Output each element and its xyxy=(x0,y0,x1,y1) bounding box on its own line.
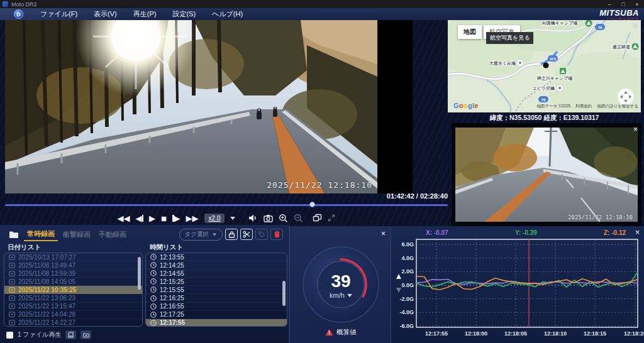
map-type-button[interactable]: 地図 xyxy=(458,25,482,39)
time-list-scrollbar[interactable] xyxy=(282,281,286,306)
play-button[interactable]: ▶ xyxy=(149,214,155,222)
menu-item-2[interactable]: 再生(P) xyxy=(125,8,165,20)
svg-text:473: 473 xyxy=(550,57,557,61)
menu-item-4[interactable]: ヘルプ(H) xyxy=(204,8,251,20)
svg-text:12:17:55: 12:17:55 xyxy=(425,330,448,337)
speed-note: 概算値 xyxy=(290,328,392,337)
time-list-item[interactable]: 12:15:25 xyxy=(146,278,287,286)
time-list-item[interactable]: 12:14:55 xyxy=(146,270,287,278)
snapshot-button[interactable] xyxy=(264,214,273,222)
map-panel[interactable]: 4737676 向国橋キャンプ場釜立林道大渡水くみ場神之川キャンプ場エビラ沢橋 … xyxy=(448,20,641,112)
stop-button[interactable]: ■ xyxy=(161,214,167,223)
tag-select-dropdown[interactable]: タグ選択 xyxy=(179,229,223,241)
svg-text:12:18:00: 12:18:00 xyxy=(465,330,487,337)
seek-bar[interactable] xyxy=(5,202,448,209)
tag-button[interactable] xyxy=(255,229,268,240)
time-list-item[interactable]: 12:14:25 xyxy=(146,261,287,270)
time-list-header: 時間リスト xyxy=(150,243,183,252)
svg-text:12:18:20: 12:18:20 xyxy=(624,330,644,337)
time-list-item[interactable]: 12:17:55 xyxy=(146,319,287,327)
close-button[interactable]: × xyxy=(630,1,644,8)
tab-0[interactable]: 常時録画 xyxy=(24,228,58,241)
sd-card-button[interactable] xyxy=(65,330,76,339)
gsensor-chart: 6.0G4.0G2.0G0.0G-2.0G-4.0G-6.0G12:17:551… xyxy=(391,226,644,343)
date-list-item[interactable]: 2025/11/08 13:49:47 xyxy=(4,261,142,270)
folder-open-button[interactable] xyxy=(80,330,91,339)
svg-text:4.0G: 4.0G xyxy=(401,255,414,261)
gsensor-panel: X: -0.07 Y: -0.39 Z: -0.12 × 6.0G4.0G2.0… xyxy=(391,226,644,343)
gps-position-marker xyxy=(543,62,548,68)
menu-item-1[interactable]: 表示(V) xyxy=(86,8,125,20)
menu-item-3[interactable]: 設定(S) xyxy=(164,8,204,20)
rear-video-view[interactable]: × 2025/11/22 12:18:10 xyxy=(452,123,641,227)
svg-text:2.0G: 2.0G xyxy=(401,268,414,275)
time-list[interactable]: 12:13:5512:14:2512:14:5512:15:2512:15:55… xyxy=(145,253,287,327)
main-video-view[interactable]: 2025/11/22 12:18:10 xyxy=(5,20,413,193)
main-video-timestamp: 2025/11/22 12:18:10 xyxy=(267,180,372,190)
speed-selector[interactable]: x2.0 xyxy=(204,214,225,223)
single-file-checkbox[interactable] xyxy=(6,332,13,339)
rear-video-frame xyxy=(455,128,638,222)
map-pan-control[interactable] xyxy=(618,89,634,105)
volume-button[interactable] xyxy=(248,214,258,222)
file-play-row: 1 ファイル再生 xyxy=(0,330,289,339)
step-back-button[interactable]: ◀ xyxy=(136,214,144,222)
app-logo-icon: D xyxy=(14,9,23,19)
rear-video-close-button[interactable]: × xyxy=(633,125,638,134)
map-terms-link[interactable]: 利用規約 xyxy=(575,104,592,109)
time-list-item[interactable]: 12:17:25 xyxy=(146,311,287,319)
svg-text:大渡水くみ場: 大渡水くみ場 xyxy=(489,60,516,66)
delete-button[interactable] xyxy=(270,229,283,240)
svg-text:12:18:10: 12:18:10 xyxy=(544,330,567,337)
minimize-button[interactable]: – xyxy=(602,1,616,8)
tab-1[interactable]: 衝撃録画 xyxy=(60,229,94,241)
date-list-item[interactable]: 2025/11/08 13:59:39 xyxy=(4,270,142,278)
date-list-item[interactable]: 2025/11/22 14:04:28 xyxy=(4,311,142,319)
layout-button[interactable] xyxy=(313,214,322,222)
date-list-item[interactable]: 2025/11/22 13:06:23 xyxy=(4,294,142,302)
google-logo[interactable]: Google xyxy=(453,102,479,109)
title-bar: Moto DR2 –□× xyxy=(0,0,644,8)
speed-unit[interactable]: km/h xyxy=(290,291,392,299)
lock-button[interactable] xyxy=(225,229,238,240)
date-list-item[interactable]: 2025/11/22 10:35:25 xyxy=(4,286,142,294)
time-list-item[interactable]: 12:16:55 xyxy=(146,303,287,311)
zoom-out-icon xyxy=(294,214,303,223)
date-list[interactable]: 2025/10/13 17:07:272025/11/08 13:49:4720… xyxy=(4,253,143,327)
maximize-button[interactable]: □ xyxy=(616,1,630,8)
tab-2[interactable]: 手動録画 xyxy=(96,229,130,241)
brand-logo: MITSUBA ミツバサンコーワ xyxy=(599,9,639,21)
cut-button[interactable] xyxy=(240,229,253,240)
chevron-down-icon xyxy=(347,294,352,297)
svg-text:0.0G: 0.0G xyxy=(401,282,414,288)
seek-track[interactable] xyxy=(5,204,448,206)
time-list-item[interactable]: 12:15:55 xyxy=(146,286,287,294)
time-list-item[interactable]: 12:16:25 xyxy=(146,294,287,302)
date-list-item[interactable]: 2025/11/08 14:05:05 xyxy=(4,278,142,286)
seek-thumb[interactable] xyxy=(309,202,315,207)
zoom-out-button[interactable] xyxy=(294,214,303,223)
speedometer-close-button[interactable]: × xyxy=(381,229,386,238)
rear-video-timestamp: 2025/11/22 12:18:10 xyxy=(568,214,633,220)
date-list-item[interactable]: 2025/11/22 14:22:27 xyxy=(4,319,142,327)
fullscreen-button[interactable] xyxy=(328,214,335,222)
fast-forward-button[interactable]: ▶▶ xyxy=(186,214,199,222)
menu-item-0[interactable]: ファイル(F) xyxy=(32,8,86,20)
transport-controls: ◀◀◀▶■▶▶▶x2.0 xyxy=(0,210,453,226)
date-list-scrollbar[interactable] xyxy=(138,257,141,290)
chevron-down-icon[interactable] xyxy=(230,217,235,220)
date-list-item[interactable]: 2025/10/13 17:07:27 xyxy=(4,253,142,261)
folder-icon xyxy=(9,231,19,239)
date-list-header: 日付リスト xyxy=(8,243,41,252)
rewind-button[interactable]: ◀◀ xyxy=(118,214,130,222)
step-forward-button[interactable]: ▶ xyxy=(172,214,180,222)
app-icon xyxy=(3,1,8,7)
time-list-item[interactable]: 12:13:55 xyxy=(146,253,287,261)
svg-text:76: 76 xyxy=(541,98,546,102)
map-close-button[interactable]: × xyxy=(633,22,638,31)
date-list-item[interactable]: 2025/11/22 13:15:47 xyxy=(4,303,142,311)
zoom-in-button[interactable] xyxy=(279,214,288,223)
speedometer-panel: × 39 km/h 概算値 xyxy=(289,226,391,343)
map-report-link[interactable]: 地図の誤りを報告する xyxy=(597,104,638,109)
svg-text:-6.0G: -6.0G xyxy=(399,323,414,329)
